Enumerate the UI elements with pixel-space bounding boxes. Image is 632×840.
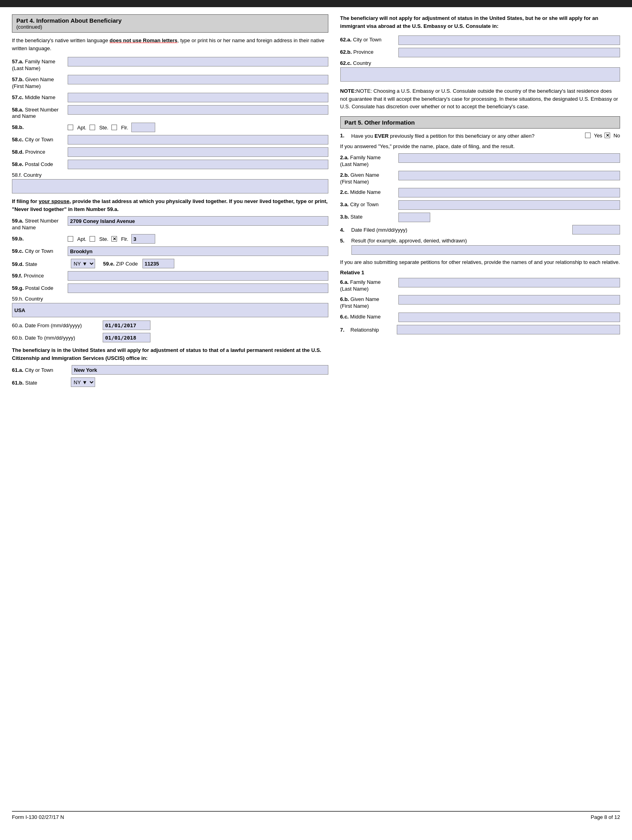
- field-59f: 59.f. Province: [12, 271, 328, 281]
- label-yes-1: Yes: [594, 133, 602, 139]
- input-6b[interactable]: [398, 295, 620, 305]
- input-57c[interactable]: [68, 93, 328, 102]
- top-bar: [0, 0, 632, 7]
- input-59c[interactable]: [68, 246, 328, 256]
- field-58c: 58.c. City or Town: [12, 135, 328, 145]
- input-59e[interactable]: [142, 259, 174, 268]
- q7-text: Relationship: [351, 327, 394, 333]
- input-q5[interactable]: [351, 245, 620, 255]
- input-59a[interactable]: [68, 216, 328, 226]
- input-62c[interactable]: [340, 67, 620, 82]
- checkbox-58b-apt[interactable]: [68, 125, 73, 130]
- label-2a: 2.a. Family Name(Last Name): [340, 153, 396, 168]
- left-column: Part 4. Information About Beneficiary (c…: [12, 14, 328, 811]
- field-6b: 6.b. Given Name(First Name): [340, 295, 620, 310]
- label-59d: 59.d. State: [12, 260, 68, 268]
- field-2c: 2.c. Middle Name: [340, 188, 620, 197]
- q4-num: 4.: [340, 227, 348, 233]
- label-6a: 6.a. Family Name(Last Name): [340, 278, 396, 293]
- checkbox-no-1[interactable]: ✕: [605, 133, 610, 138]
- part4-header: Part 4. Information About Beneficiary (c…: [12, 14, 328, 33]
- input-2c[interactable]: [398, 188, 620, 197]
- checkbox-59b-apt[interactable]: [68, 236, 73, 242]
- field-58a: 58.a. Street Numberand Name: [12, 105, 328, 120]
- label-61b: 61.b. State: [12, 378, 68, 387]
- field-58f: 58.f. Country: [12, 172, 328, 193]
- checkbox-yes-1[interactable]: [585, 133, 591, 138]
- part4-title: Part 4. Information About Beneficiary: [16, 17, 324, 24]
- checkbox-58b-ste[interactable]: [90, 125, 95, 130]
- select-59d[interactable]: NY ▼: [71, 259, 95, 268]
- field-59d-59e: 59.d. State NY ▼ 59.e. ZIP Code: [12, 259, 328, 268]
- field-q4: 4. Date Filed (mm/dd/yyyy): [340, 225, 620, 234]
- checkbox-59b-ste[interactable]: [90, 236, 95, 242]
- checkbox-58b-flr[interactable]: [111, 125, 117, 130]
- label-62b: 62.b. Province: [340, 48, 396, 56]
- field-62c: 62.c. Country: [340, 60, 620, 82]
- label-3b: 3.b. State: [340, 213, 396, 221]
- label-58d: 58.d. Province: [12, 147, 68, 156]
- label-59h: 59.h. Country: [12, 296, 328, 302]
- field-58e: 58.e. Postal Code: [12, 160, 328, 169]
- q1-num: 1.: [340, 133, 348, 139]
- label-2c: 2.c. Middle Name: [340, 188, 396, 196]
- field-57a: 57.a. Family Name(Last Name): [12, 57, 328, 72]
- field-59a: 59.a. Street Numberand Name: [12, 216, 328, 231]
- label-6b: 6.b. Given Name(First Name): [340, 295, 396, 310]
- label-61a: 61.a. City or Town: [12, 367, 72, 373]
- label-no-1: No: [613, 133, 620, 139]
- input-58f[interactable]: [12, 179, 328, 193]
- field-2b: 2.b. Given Name(First Name): [340, 171, 620, 186]
- input-58b-num[interactable]: [131, 123, 155, 132]
- field-61a: 61.a. City or Town: [12, 365, 328, 375]
- label-apt-59b: Apt.: [77, 236, 86, 242]
- input-60b[interactable]: [103, 333, 150, 342]
- label-apt-58b: Apt.: [77, 125, 86, 131]
- input-58e[interactable]: [68, 160, 328, 169]
- field-59g: 59.g. Postal Code: [12, 283, 328, 293]
- input-59f[interactable]: [68, 271, 328, 281]
- field-2a: 2.a. Family Name(Last Name): [340, 153, 620, 168]
- input-59g[interactable]: [68, 283, 328, 293]
- field-6c: 6.c. Middle Name: [340, 313, 620, 322]
- embassy-notice: The beneficiary will not apply for adjus…: [340, 14, 620, 30]
- input-58c[interactable]: [68, 135, 328, 145]
- answer-notice: If you answered "Yes," provide the name,…: [340, 143, 620, 150]
- label-58c: 58.c. City or Town: [12, 135, 68, 143]
- input-59h[interactable]: [12, 303, 328, 317]
- input-q4[interactable]: [572, 225, 620, 234]
- input-60a[interactable]: [103, 320, 150, 330]
- input-2a[interactable]: [398, 153, 620, 163]
- result-area: [351, 245, 620, 255]
- note-box: NOTE:NOTE: Choosing a U.S. Embassy or U.…: [340, 87, 620, 111]
- field-60a: 60.a. Date From (mm/dd/yyyy): [12, 320, 328, 330]
- select-61b[interactable]: NY ▼: [71, 377, 95, 387]
- checkbox-59b-flr[interactable]: ✕: [111, 236, 117, 242]
- label-flr-58b: Flr.: [121, 125, 128, 131]
- label-59g: 59.g. Postal Code: [12, 283, 68, 292]
- q5-text: Result (for example, approved, denied, w…: [351, 238, 467, 244]
- label-ste-58b: Ste.: [99, 125, 108, 131]
- input-2b[interactable]: [398, 171, 620, 180]
- input-3b[interactable]: [398, 213, 430, 222]
- input-62b[interactable]: [398, 48, 620, 57]
- label-3a: 3.a. City or Town: [340, 200, 396, 208]
- input-57a[interactable]: [68, 57, 328, 66]
- input-57b[interactable]: [68, 75, 328, 84]
- field-59c: 59.c. City or Town: [12, 246, 328, 256]
- input-61a[interactable]: [72, 365, 328, 375]
- input-62a[interactable]: [398, 35, 620, 45]
- label-6c: 6.c. Middle Name: [340, 313, 396, 320]
- label-59b: 59.b.: [12, 234, 68, 242]
- field-60b: 60.b. Date To (mm/dd/yyyy): [12, 333, 328, 342]
- field-59h: 59.h. Country: [12, 296, 328, 317]
- input-3a[interactable]: [398, 200, 620, 210]
- input-58a[interactable]: [68, 105, 328, 115]
- input-58d[interactable]: [68, 147, 328, 157]
- input-6a[interactable]: [398, 278, 620, 287]
- input-59b-num[interactable]: [131, 234, 155, 244]
- input-q7[interactable]: [397, 325, 620, 334]
- input-6c[interactable]: [398, 313, 620, 322]
- q4-text: Date Filed (mm/dd/yyyy): [351, 227, 565, 233]
- label-59a: 59.a. Street Numberand Name: [12, 216, 68, 231]
